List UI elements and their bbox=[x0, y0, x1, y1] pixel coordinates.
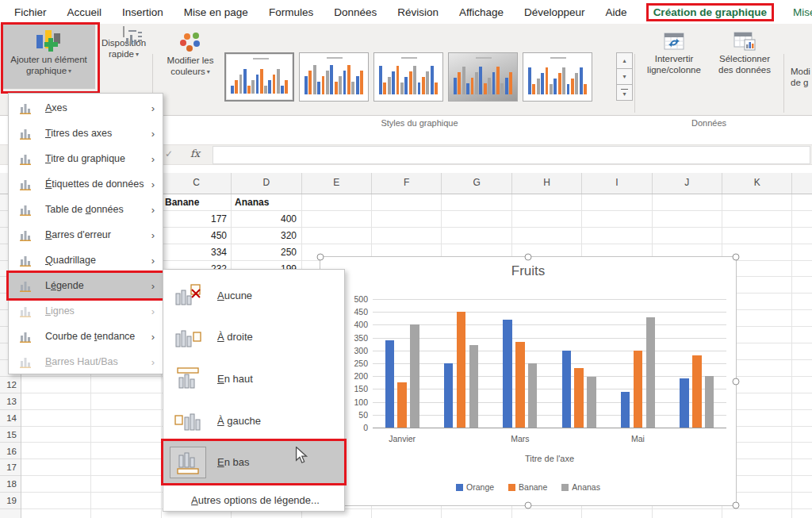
formula-input[interactable] bbox=[213, 146, 810, 164]
tab-insertion[interactable]: Insertion bbox=[121, 3, 165, 21]
submenu-arrow-icon: › bbox=[151, 102, 155, 114]
legend-more-options[interactable]: Autres options de légende... bbox=[163, 489, 344, 511]
menu-item-titre-du-graphique[interactable]: Titre du graphique› bbox=[9, 146, 163, 171]
bar-banane-mars bbox=[515, 342, 525, 428]
tab-mise-en-page[interactable]: Mise en page bbox=[182, 3, 250, 21]
enter-check-icon[interactable]: ✓ bbox=[165, 148, 173, 159]
thumb-title-bar bbox=[327, 57, 343, 59]
tab-donnees[interactable]: Données bbox=[332, 3, 378, 21]
selection-handle[interactable] bbox=[733, 502, 740, 509]
selection-handle[interactable] bbox=[525, 254, 532, 261]
gallery-scroll-down-button[interactable]: ▾ bbox=[616, 68, 633, 85]
selection-handle[interactable] bbox=[525, 502, 532, 509]
column-header-e[interactable]: E bbox=[301, 177, 371, 188]
legend-option-en-bas[interactable]: En bas bbox=[163, 441, 344, 483]
switch-row-column-button[interactable]: Intervertir ligne/colonne bbox=[639, 26, 709, 91]
cell-banane-value[interactable]: 334 bbox=[159, 244, 227, 261]
cell-ananas-value[interactable]: 250 bbox=[228, 244, 297, 261]
cell-ananas-header[interactable]: Ananas bbox=[235, 194, 298, 211]
cell-ananas-value[interactable]: 400 bbox=[228, 211, 297, 228]
selection-handle[interactable] bbox=[733, 378, 740, 385]
row-header-17[interactable]: 17 bbox=[1, 459, 17, 476]
legend-option-en-haut[interactable]: En haut bbox=[163, 358, 344, 400]
legend-option-a-droite[interactable]: À droite bbox=[163, 317, 344, 359]
chart-styles-gallery bbox=[224, 52, 615, 105]
menu-item-table-de-donnees[interactable]: Table de données› bbox=[9, 197, 163, 222]
row-header-19[interactable]: 19 bbox=[1, 493, 17, 509]
column-header-j[interactable]: J bbox=[652, 177, 722, 188]
bar-banane-avril bbox=[574, 368, 584, 428]
column-header-g[interactable]: G bbox=[442, 177, 511, 188]
menu-item-axes[interactable]: Axes› bbox=[9, 95, 163, 121]
column-header-c[interactable]: C bbox=[162, 177, 232, 188]
select-data-button[interactable]: Sélectionner des données bbox=[710, 26, 779, 91]
tab-affichage[interactable]: Affichage bbox=[458, 3, 505, 21]
gallery-more-button[interactable]: ▾ bbox=[616, 84, 633, 101]
insert-function-icon[interactable]: fx bbox=[190, 148, 200, 159]
change-chart-type-button-partial[interactable]: Modi de g bbox=[791, 26, 812, 91]
menu-item-barres-derreur[interactable]: Barres d'erreur› bbox=[9, 222, 163, 247]
gridline bbox=[373, 376, 726, 377]
cell-banane-value[interactable]: 177 bbox=[159, 211, 227, 228]
bar-ananas-fevrier bbox=[469, 345, 479, 428]
titres-des-axes-icon bbox=[18, 127, 34, 140]
chart-style-thumbnail-1[interactable] bbox=[224, 52, 294, 102]
row-header-14[interactable]: 14 bbox=[1, 410, 17, 427]
tab-aide[interactable]: Aide bbox=[604, 3, 629, 21]
column-header-k[interactable]: K bbox=[722, 177, 792, 188]
gallery-scroll-up-button[interactable]: ▴ bbox=[616, 52, 633, 69]
thumb-title-bar bbox=[550, 57, 566, 59]
menu-item-courbe-de-tendance[interactable]: Courbe de tendance› bbox=[9, 324, 163, 349]
menu-item-quadrillage[interactable]: Quadrillage› bbox=[9, 247, 163, 273]
legend-option-aucune[interactable]: Aucune bbox=[163, 274, 344, 317]
axis-title[interactable]: Titre de l'axe bbox=[373, 454, 726, 463]
tab-formules[interactable]: Formules bbox=[267, 3, 315, 21]
select-data-label-2: des données bbox=[710, 64, 779, 75]
add-chart-element-button[interactable]: Ajouter un élément graphique▾ bbox=[2, 24, 95, 89]
row-header-12[interactable]: 12 bbox=[1, 377, 17, 393]
menu-item-titres-des-axes[interactable]: Titres des axes› bbox=[9, 121, 163, 146]
chart-style-thumbnail-5[interactable] bbox=[523, 52, 592, 102]
submenu-arrow-icon: › bbox=[151, 305, 155, 317]
selection-handle[interactable] bbox=[733, 254, 740, 261]
row-header-15[interactable]: 15 bbox=[1, 427, 17, 443]
column-header-f[interactable]: F bbox=[372, 177, 442, 188]
tab-revision[interactable]: Révision bbox=[396, 3, 440, 21]
chart-style-thumbnail-2[interactable] bbox=[299, 52, 369, 102]
chart-style-thumbnail-3[interactable] bbox=[373, 52, 443, 102]
chart-legend[interactable]: OrangeBananeAnanas bbox=[320, 482, 736, 492]
quick-layout-button[interactable]: Disposition rapide▾ bbox=[98, 26, 149, 86]
submenu-arrow-icon: › bbox=[151, 229, 155, 241]
column-header-i[interactable]: I bbox=[582, 177, 652, 188]
bar-banane-mai bbox=[634, 351, 643, 428]
chart-style-thumbnail-4[interactable] bbox=[448, 52, 518, 102]
x-axis-label-janvier: Janvier bbox=[370, 434, 434, 443]
cell-banane-value[interactable]: 450 bbox=[159, 228, 227, 244]
table-de-donnees-icon bbox=[18, 203, 34, 216]
bar-ananas-juin bbox=[705, 376, 714, 428]
selection-handle[interactable] bbox=[317, 254, 324, 261]
menu-item-etiquettes-de-donnees[interactable]: Étiquettes de données› bbox=[9, 171, 163, 197]
legend-option-a-gauche[interactable]: À gauche bbox=[163, 400, 344, 442]
bar-ananas-mai bbox=[646, 317, 656, 428]
tab-accueil[interactable]: Accueil bbox=[66, 3, 104, 21]
chart-object[interactable]: Fruits 050100150200250300350400450500Jan… bbox=[320, 256, 737, 506]
tab-fichier[interactable]: Fichier bbox=[13, 3, 48, 21]
thumb-title-bar bbox=[476, 57, 492, 59]
submenu-arrow-icon: › bbox=[151, 255, 155, 267]
tab-creation-de-graphique[interactable]: Création de graphique bbox=[646, 3, 774, 21]
row-header-16[interactable]: 16 bbox=[1, 443, 17, 460]
menu-item-legende[interactable]: Légende› bbox=[9, 273, 163, 298]
change-colors-button[interactable]: Modifier les couleurs▾ bbox=[159, 26, 222, 86]
cell-banane-header[interactable]: Banane bbox=[165, 194, 228, 211]
row-header-18[interactable]: 18 bbox=[1, 476, 17, 493]
tab-developpeur[interactable]: Développeur bbox=[523, 3, 587, 21]
tab-mise-en-forme[interactable]: Mise en forme bbox=[791, 3, 812, 21]
column-header-h[interactable]: H bbox=[512, 177, 582, 188]
cell-ananas-value[interactable]: 320 bbox=[228, 228, 297, 244]
submenu-arrow-icon: › bbox=[151, 153, 155, 165]
mouse-cursor bbox=[295, 447, 308, 465]
thumb-bars bbox=[231, 63, 288, 94]
row-header-13[interactable]: 13 bbox=[1, 393, 17, 410]
column-header-d[interactable]: D bbox=[232, 177, 301, 188]
